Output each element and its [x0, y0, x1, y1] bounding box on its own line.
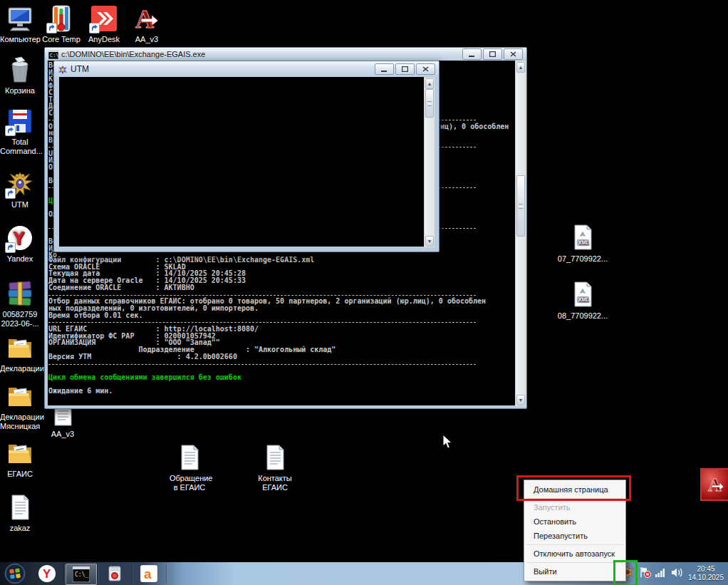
console-line: Соединение ORACLE : АКТИВНО [48, 284, 194, 291]
utm-window-title: UTM [71, 64, 89, 74]
maximize-button[interactable] [483, 48, 502, 60]
shortcut-arrow-icon [5, 242, 16, 253]
shortcut-arrow-icon [5, 125, 16, 136]
scroll-down-button[interactable]: ▼ [516, 395, 525, 405]
desktop-icon-total-commander[interactable]: Total Command... [0, 107, 40, 156]
desktop-icon-computer[interactable]: Компьютер [0, 4, 40, 44]
action-center-flag-icon[interactable] [639, 566, 651, 581]
doc-icon [6, 493, 34, 522]
svg-text:XML: XML [578, 240, 590, 245]
desktop-icon-archive-00582759[interactable]: 00582759 2023-06-... [0, 279, 40, 328]
desktop-icon-coretemp[interactable]: Core Temp [41, 4, 81, 44]
desktop-icon-label: Контакты ЕГАИС [255, 474, 295, 492]
scroll-up-button[interactable]: ▲ [516, 62, 525, 73]
menu-item-8[interactable]: Выйти [524, 564, 625, 579]
folder-icon [6, 382, 34, 410]
taskbar-a-app[interactable]: a [134, 564, 164, 584]
console-separator [48, 364, 476, 365]
taskbar-separator [63, 564, 64, 583]
utm-close-button[interactable] [416, 63, 435, 75]
desktop-icon-yandex[interactable]: YYandex [0, 224, 40, 264]
volume-icon[interactable] [671, 567, 684, 581]
svg-text:Y: Y [43, 567, 51, 581]
desktop-icon-xml-07[interactable]: XML07_7709922... [554, 224, 611, 264]
svg-text:C:\_: C:\_ [75, 571, 88, 578]
taskbar-utm-app[interactable] [100, 564, 130, 584]
desktop-icon-label: zakaz [0, 524, 40, 533]
taskbar-yandex-browser[interactable]: Y [33, 564, 61, 584]
utm-scroll-down-button[interactable]: ▼ [425, 236, 434, 247]
network-signal-icon[interactable] [655, 567, 667, 580]
desktop-icon-label: AA_v3 [43, 430, 83, 439]
exchange-window-titlebar[interactable]: C:\ c:\DOMINO\EE\bin\Exchange-EGAIS.exe [45, 48, 526, 61]
menu-separator [526, 544, 623, 545]
menu-separator [526, 498, 623, 499]
taskbar-separator [98, 564, 98, 583]
yandex-icon: Y [6, 224, 34, 252]
folder-icon [6, 333, 34, 362]
tray-context-menu: Домашняя страницаЗапуститьОстановитьПере… [524, 480, 626, 581]
desktop-icon-utm[interactable]: UTM [0, 170, 40, 209]
desktop[interactable]: Компьютер Core Temp AnyDesk A AA_v3 Корз… [0, 0, 728, 585]
menu-item-6[interactable]: Отключить автозапуск [524, 547, 625, 561]
desktop-icon-deklaracii-myasnitskaya[interactable]: Декларации Мясницкая [0, 382, 40, 431]
recycle-icon [6, 56, 34, 84]
desktop-icon-label: Total Command... [0, 138, 40, 156]
desktop-icon-kontakty-egais[interactable]: Контакты ЕГАИС [255, 443, 295, 492]
utm-eagle-icon [58, 65, 68, 74]
start-button[interactable] [1, 564, 29, 584]
winrar-icon [6, 279, 34, 308]
desktop-icon-deklaracii[interactable]: Декларации [0, 333, 40, 373]
anydesk-icon [90, 4, 118, 33]
shortcut-arrow-icon [46, 23, 57, 33]
coretemp-icon [47, 4, 76, 33]
desktop-icon-zakaz[interactable]: zakaz [0, 493, 40, 533]
tray-clock[interactable]: 20:45 14.10.2025 [688, 565, 724, 582]
utm-scrollbar[interactable]: ▲ ▼ [424, 77, 435, 248]
close-button[interactable] [504, 48, 523, 60]
desktop-icon-label: 07_7709922... [554, 254, 611, 264]
console-separator [48, 295, 476, 296]
shortcut-arrow-icon [89, 23, 100, 33]
console-line: иц), 0 обособлен [440, 123, 509, 130]
desktop-icon-egais-folder[interactable]: ЕГАИС [0, 439, 40, 479]
menu-item-2[interactable]: Запустить [524, 500, 625, 514]
taskbar-separator [166, 564, 167, 583]
desktop-icon-anydesk[interactable]: AnyDesk [84, 4, 124, 44]
utm-maximize-button[interactable] [395, 63, 415, 75]
console-line: Ожидание 6 мин. [48, 388, 113, 395]
computer-icon [6, 4, 34, 33]
doc-icon [175, 443, 204, 472]
desktop-icon-label: Компьютер [0, 35, 40, 44]
console-icon: C:\ [48, 50, 58, 59]
desktop-icon-label: Декларации [0, 364, 40, 373]
utm-window-titlebar[interactable]: UTM [54, 61, 439, 77]
desktop-icon-label: Yandex [0, 254, 40, 264]
desktop-icon-recycle-bin[interactable]: Корзина [0, 56, 40, 95]
aared-icon: A [132, 4, 161, 33]
minimize-button[interactable] [462, 48, 482, 60]
desktop-icon-label: Корзина [0, 86, 40, 95]
menu-item-3[interactable]: Остановить [524, 514, 625, 529]
exchange-scrollbar[interactable]: ▲ ▼ [515, 61, 526, 407]
desktop-icon-label: UTM [0, 200, 40, 209]
menu-item-0[interactable]: Домашняя страница [524, 482, 625, 497]
menu-item-4[interactable]: Перезапустить [524, 529, 625, 543]
desktop-icon-obrashenie-v-egais[interactable]: Обращение в ЕГАИС [170, 443, 209, 492]
desktop-icon-label: 08_7709922... [554, 311, 611, 321]
utm-scroll-up-button[interactable]: ▲ [425, 78, 434, 89]
utm-minimize-button[interactable] [375, 63, 394, 75]
scrollbar-thumb[interactable] [516, 175, 525, 237]
taskbar-exchange-console[interactable]: C:\_ [66, 564, 97, 585]
utm-console-output[interactable] [59, 77, 424, 247]
desktop-icon-aa-v3-app[interactable]: A AA_v3 [127, 4, 167, 44]
svg-text:XML: XML [578, 297, 590, 302]
edge-panel-a-icon[interactable]: A [700, 468, 728, 501]
menu-separator [526, 562, 623, 563]
desktop-icon-label: AnyDesk [84, 35, 124, 44]
console-line: Цикл обмена сообщениями завершился без о… [48, 374, 241, 381]
shortcut-arrow-icon [5, 188, 16, 199]
utm-scrollbar-thumb[interactable] [425, 89, 434, 118]
desktop-icon-xml-08[interactable]: XML08_7709922... [554, 281, 611, 321]
doc-icon [261, 443, 289, 472]
